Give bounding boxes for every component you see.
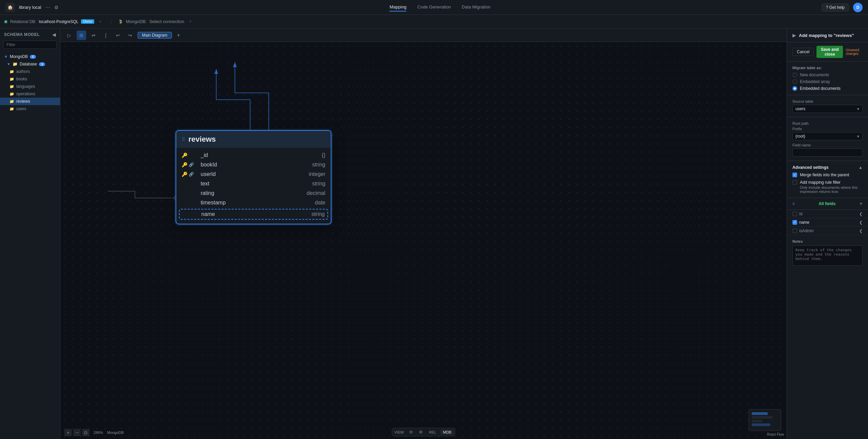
cancel-button[interactable]: Cancel: [792, 48, 814, 56]
add-field-button[interactable]: +: [860, 201, 863, 207]
node-body: 🔑 _id {} 🔑 🔗 bookId string: [176, 148, 331, 224]
reviews-label: reviews: [16, 99, 30, 104]
unsaved-changes-label: Unsaved changes: [846, 48, 863, 56]
migrate-label: Migrate table as:: [792, 66, 863, 70]
field-name-text: text: [199, 181, 298, 187]
field-name-input[interactable]: [792, 148, 863, 157]
field-checkbox-id[interactable]: [792, 212, 797, 216]
tab-mapping[interactable]: Mapping: [389, 3, 406, 12]
separator-tool: |: [101, 31, 110, 40]
db-label-footer: MongoDB: [107, 431, 124, 435]
merge-fields-label: Merge fields into the parent: [800, 173, 849, 177]
db-node-mongodb[interactable]: ▼ MongoDB 6: [0, 53, 60, 60]
sidebar-item-languages[interactable]: 📁 languages: [0, 83, 60, 90]
radio-dot: [794, 87, 796, 89]
field-checkbox-name[interactable]: ✓: [792, 220, 797, 225]
panel-header: ▶ Add mapping to "reviews": [787, 28, 868, 42]
view-btn-1[interactable]: ⊟: [407, 429, 415, 435]
embedded-array-label: Embedded array: [800, 79, 830, 84]
field-icons: 🔑: [182, 153, 199, 158]
folder-icon: 📁: [9, 92, 14, 96]
view-btn-2[interactable]: ⊞: [417, 429, 425, 435]
redo-tool[interactable]: ↪: [125, 31, 135, 40]
checkmark-icon: ✓: [793, 221, 796, 224]
help-button[interactable]: ? Get help: [822, 3, 849, 12]
zoom-in-button[interactable]: +: [64, 429, 72, 436]
field-type-bookid: string: [298, 162, 325, 168]
select-tool[interactable]: ▷: [64, 31, 74, 40]
filter-input[interactable]: [3, 41, 57, 49]
sidebar-item-operations[interactable]: 📁 operations: [0, 90, 60, 98]
sidebar-item-reviews[interactable]: 📁 reviews: [0, 98, 60, 105]
migrate-radio-group: New documents Embedded array Embedded do…: [792, 73, 863, 91]
home-icon[interactable]: 🏠: [5, 3, 15, 12]
prefix-select[interactable]: {root}: [792, 132, 863, 140]
layout-tool[interactable]: ⇌: [89, 31, 98, 40]
canvas-content: ⠿ reviews 🔑 _id {} 🔑: [60, 42, 787, 439]
sidebar-item-books[interactable]: 📁 books: [0, 75, 60, 83]
link-icon: 🔗: [189, 172, 194, 177]
mongodb-badge: 🍃 MongoDB: Select connection ▼: [118, 19, 194, 24]
database-node[interactable]: ▼ 📁 Database 6: [0, 60, 60, 68]
sidebar-collapse-icon[interactable]: ◀: [52, 32, 56, 37]
view-btn-rel[interactable]: REL: [426, 430, 439, 435]
save-close-button[interactable]: Save and close: [816, 46, 843, 58]
source-table-select[interactable]: users: [792, 105, 863, 113]
view-btn-mdb[interactable]: MDB: [440, 430, 454, 435]
add-diagram-tab[interactable]: +: [175, 31, 183, 39]
prefix-label: Prefix: [792, 127, 863, 131]
settings-icon[interactable]: ⚙: [54, 5, 59, 10]
key-icon: 🔑: [182, 162, 187, 167]
top-bar-nav: Mapping Code Generation Data Migration: [64, 3, 816, 12]
zoom-level: 286%: [94, 431, 103, 435]
zoom-out-button[interactable]: −: [73, 429, 81, 436]
node-title: reviews: [188, 135, 216, 144]
field-item-id: ❮: [787, 210, 868, 218]
embedded-documents-label: Embedded documents: [800, 86, 841, 91]
project-name: library local: [19, 5, 41, 10]
source-table-label: Source table: [792, 99, 863, 103]
panel-expand-icon[interactable]: ▶: [792, 33, 796, 38]
sidebar-item-authors[interactable]: 📁 authors: [0, 68, 60, 75]
field-input-isadmin[interactable]: [799, 228, 857, 233]
top-bar-left: 🏠 library local ⋯ ⚙: [5, 3, 59, 12]
folder-icon: 📁: [9, 69, 14, 74]
radio-embedded-array[interactable]: Embedded array: [792, 79, 863, 84]
field-row-name: name string: [179, 209, 328, 220]
field-icons: 🔑 🔗: [182, 172, 199, 177]
mapping-rule-sublabel: Only include documents where this expres…: [800, 185, 863, 194]
tab-code-generation[interactable]: Code Generation: [417, 3, 451, 12]
field-name-label: Field name: [792, 143, 863, 147]
radio-embedded-documents[interactable]: Embedded documents: [792, 86, 863, 91]
radio-new-documents[interactable]: New documents: [792, 73, 863, 77]
notes-label: Notes: [792, 239, 863, 243]
field-input-id[interactable]: [799, 212, 857, 216]
sidebar-header: Schema model ◀: [0, 28, 60, 41]
field-name-rating: rating: [199, 190, 298, 196]
field-name-userid: userId: [199, 171, 298, 177]
sidebar-item-users[interactable]: 📁 users: [0, 105, 60, 113]
notes-textarea[interactable]: [792, 245, 863, 266]
key-icon: 🔑: [182, 172, 187, 177]
grid-tool[interactable]: ⊞: [77, 31, 86, 40]
avatar[interactable]: D: [853, 3, 863, 12]
zoom-fit-button[interactable]: ⊙: [82, 429, 89, 436]
more-options-icon[interactable]: ⋯: [45, 5, 50, 10]
reviews-diagram-node[interactable]: ⠿ reviews 🔑 _id {} 🔑: [176, 130, 331, 224]
db-tree: ▼ MongoDB 6 ▼ 📁 Database 6 📁 authors 📁 b…: [0, 52, 60, 114]
sidebar-filter: [3, 41, 57, 49]
merge-fields-checkbox[interactable]: ✓ Merge fields into the parent: [792, 173, 863, 177]
drag-handle-icon[interactable]: ⠿: [182, 137, 185, 142]
field-input-name[interactable]: [799, 220, 857, 225]
main-diagram-tab[interactable]: Main Diagram: [138, 32, 172, 39]
undo-tool[interactable]: ↩: [113, 31, 123, 40]
relational-db-badge: ▣ Relational DB: localhost-PostgreSQL De…: [4, 19, 104, 24]
node-header: ⠿ reviews: [176, 131, 331, 148]
field-checkbox-isadmin[interactable]: [792, 228, 797, 233]
tab-data-migration[interactable]: Data Migration: [462, 3, 490, 12]
canvas-footer: + − ⊙ 286% MongoDB: [64, 429, 124, 436]
advanced-settings-header[interactable]: Advanced settings ▲: [792, 165, 863, 170]
mapping-rule-checkbox[interactable]: Add mapping rule filter: [792, 180, 863, 185]
database-badge: 6: [39, 62, 45, 66]
languages-label: languages: [16, 84, 35, 89]
